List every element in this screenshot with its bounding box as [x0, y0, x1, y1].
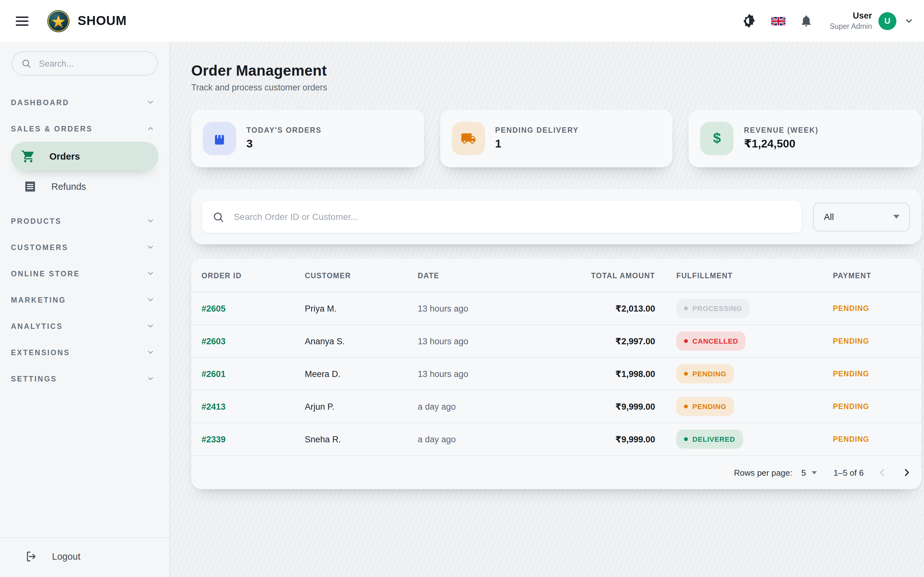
- order-search: [202, 201, 801, 233]
- chevron-down-icon: [904, 16, 914, 26]
- chevron-down-icon: [146, 98, 155, 106]
- status-dot: [684, 339, 688, 343]
- logout-icon: [24, 550, 38, 563]
- caret-down-icon: [812, 471, 817, 474]
- user-role: Super Admin: [830, 22, 872, 31]
- customer-cell: Ananya S.: [305, 336, 418, 346]
- page-subtitle: Track and process customer orders: [191, 83, 921, 92]
- chevron-down-icon: [146, 269, 155, 277]
- sidebar-section-extensions[interactable]: EXTENSIONS: [11, 339, 158, 366]
- table-row[interactable]: #2605 Priya M. 13 hours ago ₹2,013.00 PR…: [191, 292, 921, 325]
- sidebar-search: [11, 51, 158, 76]
- chevron-down-icon: [146, 243, 155, 251]
- stat-value: 3: [246, 137, 321, 151]
- date-cell: 13 hours ago: [418, 336, 546, 346]
- sidebar-section-customers[interactable]: CUSTOMERS: [11, 234, 158, 260]
- orders-table: ORDER ID CUSTOMER DATE TOTAL AMOUNT FULF…: [191, 259, 921, 489]
- rows-per-page-label: Rows per page:: [734, 468, 792, 477]
- customer-cell: Meera D.: [305, 369, 418, 379]
- order-id-link[interactable]: #2601: [202, 369, 305, 379]
- table-pagination: Rows per page: 5 1–5 of 6: [191, 456, 921, 489]
- fulfillment-badge: PROCESSING: [676, 299, 750, 318]
- logout-button[interactable]: Logout: [11, 546, 81, 567]
- filter-bar: All: [191, 189, 921, 244]
- date-cell: a day ago: [418, 402, 546, 411]
- user-meta: User Super Admin: [830, 11, 872, 31]
- chevron-down-icon: [146, 374, 155, 383]
- date-cell: 13 hours ago: [418, 369, 546, 379]
- sidebar-item-refunds[interactable]: Refunds: [11, 172, 158, 201]
- column-header-total: TOTAL AMOUNT: [546, 271, 655, 279]
- table-row[interactable]: #2601 Meera D. 13 hours ago ₹1,998.00 PE…: [191, 358, 921, 390]
- chevron-down-icon: [146, 295, 155, 304]
- shopping-cart-icon: [21, 149, 36, 163]
- sidebar-section-online-store[interactable]: ONLINE STORE: [11, 260, 158, 287]
- payment-status: PENDING: [833, 370, 911, 378]
- stat-label: PENDING DELIVERY: [495, 126, 579, 134]
- amount-cell: ₹2,013.00: [546, 303, 655, 314]
- date-cell: 13 hours ago: [418, 303, 546, 313]
- column-header-fulfillment: FULFILLMENT: [655, 271, 833, 279]
- column-header-payment: PAYMENT: [833, 271, 911, 279]
- logout-label: Logout: [52, 551, 81, 562]
- table-row[interactable]: #2339 Sneha R. a day ago ₹9,999.00 DELIV…: [191, 423, 921, 456]
- sidebar-section-dashboard[interactable]: DASHBOARD: [11, 89, 158, 115]
- column-header-customer: CUSTOMER: [305, 271, 418, 279]
- language-flag-button[interactable]: [771, 16, 785, 25]
- sidebar-item-label: Orders: [49, 151, 80, 161]
- amount-cell: ₹2,997.00: [546, 336, 655, 346]
- payment-status: PENDING: [833, 337, 911, 345]
- sidebar-search-input[interactable]: [37, 58, 148, 69]
- order-id-link[interactable]: #2603: [202, 336, 305, 346]
- hamburger-icon: [15, 15, 29, 27]
- chevron-down-icon: [146, 348, 155, 356]
- app-window: SHOUM: [0, 0, 924, 577]
- sidebar-section-marketing[interactable]: MARKETING: [11, 287, 158, 313]
- amount-cell: ₹1,998.00: [546, 369, 655, 379]
- chevron-right-icon: [901, 467, 913, 478]
- chevron-left-icon: [877, 467, 888, 478]
- fulfillment-badge: CANCELLED: [676, 332, 746, 351]
- user-menu-button[interactable]: [904, 16, 914, 26]
- page-title: Order Management: [191, 62, 921, 79]
- sidebar-nav: DASHBOARD SALES & ORDERS Orders: [0, 89, 170, 537]
- search-icon: [21, 58, 31, 69]
- order-id-link[interactable]: #2339: [202, 434, 305, 444]
- notifications-button[interactable]: [800, 14, 813, 27]
- order-id-link[interactable]: #2605: [202, 303, 305, 313]
- topbar: SHOUM: [0, 0, 924, 42]
- search-icon: [212, 211, 224, 223]
- next-page-button[interactable]: [901, 467, 913, 478]
- menu-toggle-button[interactable]: [15, 15, 29, 27]
- sidebar-footer: Logout: [0, 537, 170, 577]
- brand-logo-icon: [47, 9, 70, 32]
- topbar-actions: User Super Admin U: [741, 11, 914, 31]
- fulfillment-badge: PENDING: [676, 397, 734, 416]
- sidebar-item-orders[interactable]: Orders: [11, 142, 158, 171]
- sidebar-section-sales-orders[interactable]: SALES & ORDERS: [11, 115, 158, 142]
- theme-toggle-button[interactable]: [741, 13, 757, 29]
- avatar[interactable]: U: [879, 12, 897, 30]
- status-dot: [684, 372, 688, 376]
- table-row[interactable]: #2413 Arjun P. a day ago ₹9,999.00 PENDI…: [191, 390, 921, 423]
- delivery-truck-icon: [451, 122, 485, 155]
- status-filter-select[interactable]: All: [813, 202, 910, 231]
- sidebar-section-settings[interactable]: SETTINGS: [11, 366, 158, 392]
- chevron-up-icon: [146, 124, 155, 133]
- order-search-input[interactable]: [233, 211, 791, 222]
- table-header: ORDER ID CUSTOMER DATE TOTAL AMOUNT FULF…: [191, 259, 921, 292]
- previous-page-button[interactable]: [877, 467, 888, 478]
- fulfillment-badge: DELIVERED: [676, 430, 743, 449]
- rows-per-page-select[interactable]: 5: [801, 468, 817, 477]
- table-row[interactable]: #2603 Ananya S. 13 hours ago ₹2,997.00 C…: [191, 325, 921, 358]
- customer-cell: Sneha R.: [305, 434, 418, 444]
- sidebar-section-products[interactable]: PRODUCTS: [11, 208, 158, 234]
- stats-row: TODAY'S ORDERS 3 PENDING DELIVERY 1 $: [191, 110, 921, 167]
- shopping-bag-icon: [203, 122, 236, 155]
- user-name: User: [853, 11, 872, 22]
- status-filter-value: All: [824, 211, 834, 222]
- sidebar-section-analytics[interactable]: ANALYTICS: [11, 313, 158, 339]
- uk-flag-icon: [771, 16, 785, 25]
- order-id-link[interactable]: #2413: [202, 402, 305, 411]
- stat-card-revenue: $ REVENUE (WEEK) ₹1,24,500: [689, 110, 921, 167]
